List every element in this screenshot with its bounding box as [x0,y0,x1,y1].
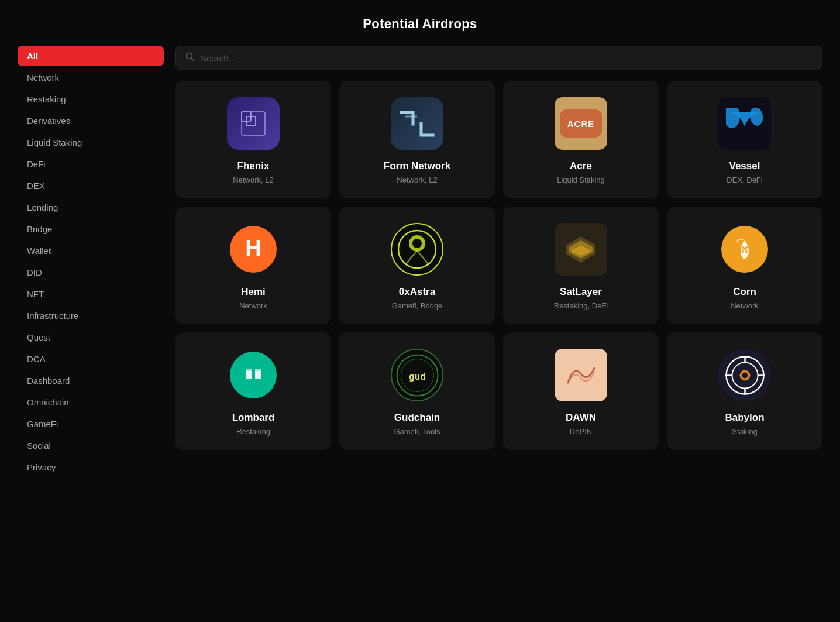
card-gudchain[interactable]: gud Gudchain Gamefi, Tools [339,332,495,450]
svg-text:gud: gud [409,371,426,382]
sidebar-item-dex[interactable]: DEX [18,176,164,196]
cards-grid: Fhenix Network, L2 Form Network Network,… [175,81,822,450]
sidebar-item-network[interactable]: Network [18,67,164,88]
svg-point-29 [742,372,748,378]
sidebar-item-social[interactable]: Social [18,435,164,456]
card-name: Lombard [232,412,275,424]
search-icon [185,52,195,64]
svg-point-15 [745,246,748,249]
card-tags: DePIN [570,427,592,436]
card-form-network[interactable]: Form Network Network, L2 [339,81,495,198]
card-hemi[interactable]: H Hemi Network [175,207,331,324]
svg-point-6 [748,108,764,127]
sidebar-item-dca[interactable]: DCA [18,349,164,369]
card-name: 0xAstra [399,286,435,298]
svg-point-5 [726,108,740,128]
card-name: Fhenix [237,160,270,172]
sidebar-item-all[interactable]: All [18,46,164,66]
card-dawn[interactable]: DAWN DePIN [503,332,659,450]
card-tags: Staking [732,427,757,436]
card-vessel[interactable]: Vessel DEX, DeFi [667,81,822,198]
card-name: Gudchain [394,412,440,424]
sidebar-item-bridge[interactable]: Bridge [18,219,164,239]
card-satlayer[interactable]: SatLayer Restaking, DeFi [503,207,659,324]
card-name: DAWN [566,412,596,424]
svg-point-17 [745,250,748,253]
card-name: Corn [733,286,756,298]
card-tags: Gamefi, Bridge [392,301,443,310]
card-fhenix[interactable]: Fhenix Network, L2 [175,81,331,198]
svg-point-16 [742,250,744,253]
card-name: Hemi [241,286,266,298]
sidebar-item-restaking[interactable]: Restaking [18,89,164,109]
svg-rect-20 [255,371,261,379]
card-name: Vessel [729,160,760,172]
sidebar-item-defi[interactable]: DeFi [18,154,164,174]
card-babylon[interactable]: Babylon Staking [667,332,822,450]
search-bar[interactable] [175,46,822,70]
svg-rect-4 [242,112,265,135]
card-tags: Liquid Staking [557,176,605,184]
svg-rect-22 [255,369,261,372]
card-tags: Network [731,301,759,310]
card-name: Babylon [725,412,764,424]
card-tags: Gamefi, Tools [394,427,440,436]
sidebar-item-gamefi[interactable]: GameFi [18,414,164,434]
card-tags: Network [239,301,267,310]
svg-rect-19 [246,371,252,379]
sidebar-item-omnichain[interactable]: Omnichain [18,392,164,413]
card-name: Form Network [384,160,450,172]
sidebar-item-infrastructure[interactable]: Infrastructure [18,305,164,326]
svg-text:H: H [245,236,261,260]
sidebar: AllNetworkRestakingDerivativesLiquid Sta… [18,46,164,479]
sidebar-item-lending[interactable]: Lending [18,197,164,218]
sidebar-item-derivatives[interactable]: Derivatives [18,111,164,131]
card-tags: DEX, DeFi [727,176,762,184]
sidebar-item-privacy[interactable]: Privacy [18,457,164,477]
card-tags: Network, L2 [397,176,437,184]
card-tags: Restaking, DeFi [554,301,608,310]
sidebar-item-did[interactable]: DID [18,262,164,283]
sidebar-item-nft[interactable]: NFT [18,284,164,304]
card-lombard[interactable]: Lombard Restaking [175,332,331,450]
sidebar-item-dashboard[interactable]: Dashboard [18,370,164,391]
svg-point-10 [412,239,422,248]
card-0xastra[interactable]: 0xAstra Gamefi, Bridge [339,207,495,324]
search-input[interactable] [201,53,813,63]
sidebar-item-liquid-staking[interactable]: Liquid Staking [18,132,164,153]
card-corn[interactable]: Corn Network [667,207,822,324]
card-tags: Network, L2 [233,176,273,184]
card-tags: Restaking [236,427,270,436]
svg-point-18 [743,248,746,250]
sidebar-item-quest[interactable]: Quest [18,327,164,348]
svg-point-14 [742,246,744,249]
card-name: SatLayer [560,286,602,298]
svg-rect-21 [246,369,252,372]
main-content: Fhenix Network, L2 Form Network Network,… [175,46,822,479]
page-title: Potential Airdrops [0,0,840,46]
sidebar-item-wallet[interactable]: Wallet [18,240,164,261]
card-acre[interactable]: ACRE Acre Liquid Staking [503,81,659,198]
svg-line-1 [192,59,194,61]
card-name: Acre [570,160,592,172]
